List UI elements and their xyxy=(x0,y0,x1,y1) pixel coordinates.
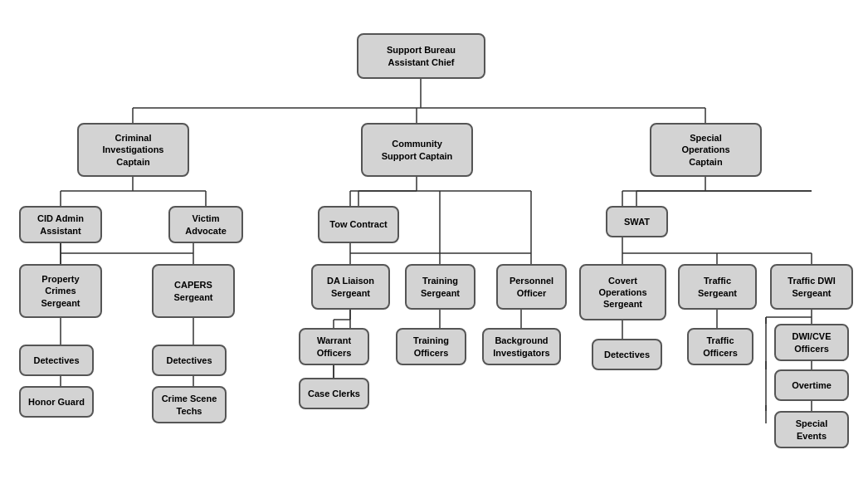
node-dwi_cve: DWI/CVEOfficers xyxy=(774,324,849,361)
node-prop_det: Detectives xyxy=(19,345,94,376)
node-cic: CriminalInvestigationsCaptain xyxy=(77,123,189,177)
node-covert: CovertOperationsSergeant xyxy=(579,264,666,320)
node-soc: SpecialOperationsCaptain xyxy=(650,123,762,177)
node-csc: CommunitySupport Captain xyxy=(361,123,473,177)
node-traffic_off: TrafficOfficers xyxy=(687,328,753,365)
node-tow: Tow Contract xyxy=(318,206,399,243)
node-prop_crimes: PropertyCrimesSergeant xyxy=(19,264,102,318)
node-victim: VictimAdvocate xyxy=(168,206,243,243)
node-personnel: PersonnelOfficer xyxy=(496,264,567,310)
node-training_off: TrainingOfficers xyxy=(396,328,466,365)
node-root: Support BureauAssistant Chief xyxy=(357,33,485,79)
node-capers_det: Detectives xyxy=(152,345,227,376)
node-case_clerks: Case Clerks xyxy=(299,378,369,409)
node-crime_scene: Crime SceneTechs xyxy=(152,386,227,423)
node-da_liaison: DA LiaisonSergeant xyxy=(311,264,390,310)
node-honor_guard: Honor Guard xyxy=(19,386,94,418)
node-overtime: Overtime xyxy=(774,369,849,401)
node-training_sgt: TrainingSergeant xyxy=(405,264,475,310)
node-background: BackgroundInvestigators xyxy=(482,328,561,365)
node-traffic_dwi: Traffic DWISergeant xyxy=(770,264,853,310)
node-capers: CAPERSSergeant xyxy=(152,264,235,318)
org-chart: Support BureauAssistant ChiefCriminalInv… xyxy=(0,0,868,489)
node-traffic_sgt: TrafficSergeant xyxy=(678,264,757,310)
node-cid_admin: CID AdminAssistant xyxy=(19,206,102,243)
node-detectives2: Detectives xyxy=(592,339,662,370)
node-warrant: WarrantOfficers xyxy=(299,328,369,365)
node-special_events: SpecialEvents xyxy=(774,411,849,448)
node-swat: SWAT xyxy=(606,206,668,237)
